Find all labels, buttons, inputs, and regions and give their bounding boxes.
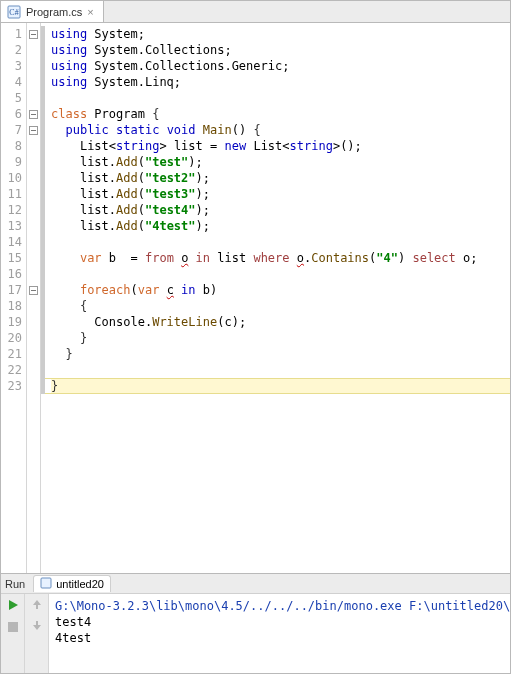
fold-spacer — [27, 170, 40, 186]
code-line[interactable] — [51, 266, 510, 282]
run-nav — [25, 594, 49, 673]
fold-spacer — [27, 74, 40, 90]
csharp-file-icon: C# — [7, 5, 21, 19]
code-line[interactable]: { — [51, 298, 510, 314]
run-config-icon — [40, 577, 52, 591]
line-number: 5 — [1, 90, 22, 106]
code-area[interactable]: using System;using System.Collections;us… — [45, 23, 510, 573]
svg-rect-11 — [8, 622, 18, 632]
fold-spacer — [27, 330, 40, 346]
line-number: 6 — [1, 106, 22, 122]
code-line[interactable]: } — [51, 378, 510, 394]
arrow-down-icon[interactable] — [31, 619, 43, 634]
fold-spacer — [27, 58, 40, 74]
fold-toggle-icon[interactable] — [27, 106, 40, 122]
fold-spacer — [27, 362, 40, 378]
fold-spacer — [27, 298, 40, 314]
code-line[interactable]: list.Add("test3"); — [51, 186, 510, 202]
fold-spacer — [27, 90, 40, 106]
code-line[interactable]: class Program { — [51, 106, 510, 122]
code-line[interactable]: list.Add("test2"); — [51, 170, 510, 186]
code-line[interactable]: public static void Main() { — [51, 122, 510, 138]
code-line[interactable]: } — [51, 346, 510, 362]
line-number: 4 — [1, 74, 22, 90]
run-config-tab[interactable]: untitled20 — [33, 575, 111, 592]
code-line[interactable]: Console.WriteLine(c); — [51, 314, 510, 330]
line-number: 23 — [1, 378, 22, 394]
line-number: 7 — [1, 122, 22, 138]
fold-spacer — [27, 314, 40, 330]
fold-spacer — [27, 378, 40, 394]
fold-spacer — [27, 186, 40, 202]
svg-text:C#: C# — [9, 8, 18, 17]
fold-spacer — [27, 42, 40, 58]
fold-spacer — [27, 218, 40, 234]
code-line[interactable]: using System.Collections; — [51, 42, 510, 58]
code-line[interactable]: list.Add("4test"); — [51, 218, 510, 234]
fold-spacer — [27, 138, 40, 154]
code-line[interactable] — [51, 234, 510, 250]
fold-spacer — [27, 346, 40, 362]
line-number: 16 — [1, 266, 22, 282]
fold-spacer — [27, 266, 40, 282]
fold-toggle-icon[interactable] — [27, 26, 40, 42]
line-number: 20 — [1, 330, 22, 346]
code-line[interactable] — [51, 362, 510, 378]
line-number: 18 — [1, 298, 22, 314]
code-line[interactable]: List<string> list = new List<string>(); — [51, 138, 510, 154]
fold-spacer — [27, 154, 40, 170]
line-number: 21 — [1, 346, 22, 362]
line-number: 11 — [1, 186, 22, 202]
run-toolbar: Run untitled20 — [1, 574, 510, 594]
console-output-line: 4test — [55, 630, 504, 646]
editor-tab-label: Program.cs — [26, 6, 82, 18]
console-output-line: test4 — [55, 614, 504, 630]
run-label: Run — [5, 578, 25, 590]
stop-icon[interactable] — [7, 621, 19, 636]
line-number: 8 — [1, 138, 22, 154]
line-number: 14 — [1, 234, 22, 250]
line-number: 2 — [1, 42, 22, 58]
line-number: 13 — [1, 218, 22, 234]
code-line[interactable]: list.Add("test"); — [51, 154, 510, 170]
code-line[interactable]: var b = from o in list where o.Contains(… — [51, 250, 510, 266]
line-number: 22 — [1, 362, 22, 378]
code-line[interactable]: using System.Linq; — [51, 74, 510, 90]
code-editor[interactable]: 1234567891011121314151617181920212223 us… — [1, 23, 510, 573]
ide-window: C# Program.cs × 123456789101112131415161… — [0, 0, 511, 674]
code-line[interactable] — [51, 90, 510, 106]
run-controls — [1, 594, 25, 673]
run-toolwindow: Run untitled20 — [1, 573, 510, 673]
fold-gutter[interactable] — [27, 23, 41, 573]
code-line[interactable]: list.Add("test4"); — [51, 202, 510, 218]
run-config-name: untitled20 — [56, 578, 104, 590]
code-line[interactable]: using System.Collections.Generic; — [51, 58, 510, 74]
line-number: 17 — [1, 282, 22, 298]
fold-spacer — [27, 234, 40, 250]
line-number: 10 — [1, 170, 22, 186]
svg-rect-10 — [41, 578, 51, 588]
line-number: 3 — [1, 58, 22, 74]
editor-tab[interactable]: C# Program.cs × — [1, 1, 104, 22]
line-number: 15 — [1, 250, 22, 266]
fold-toggle-icon[interactable] — [27, 122, 40, 138]
line-number: 1 — [1, 26, 22, 42]
arrow-up-icon[interactable] — [31, 598, 43, 613]
code-line[interactable]: foreach(var c in b) — [51, 282, 510, 298]
fold-spacer — [27, 250, 40, 266]
code-line[interactable]: using System; — [51, 26, 510, 42]
fold-toggle-icon[interactable] — [27, 282, 40, 298]
run-console[interactable]: G:\Mono-3.2.3\lib\mono\4.5/../../../bin/… — [49, 594, 510, 673]
fold-spacer — [27, 202, 40, 218]
console-command: G:\Mono-3.2.3\lib\mono\4.5/../../../bin/… — [55, 598, 504, 614]
play-icon[interactable] — [6, 598, 20, 615]
code-line[interactable]: } — [51, 330, 510, 346]
editor-tabbar: C# Program.cs × — [1, 1, 510, 23]
close-icon[interactable]: × — [87, 7, 97, 17]
line-number-gutter: 1234567891011121314151617181920212223 — [1, 23, 27, 573]
line-number: 12 — [1, 202, 22, 218]
line-number: 19 — [1, 314, 22, 330]
line-number: 9 — [1, 154, 22, 170]
